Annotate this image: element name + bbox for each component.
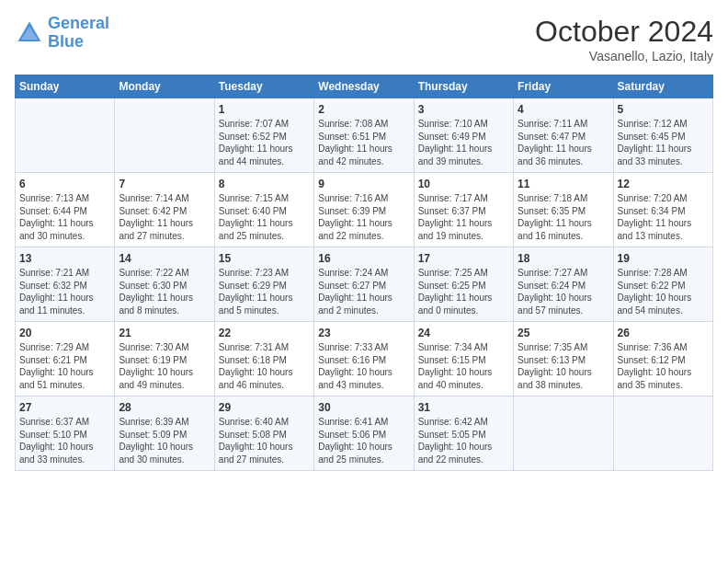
day-number: 15	[219, 252, 310, 265]
day-info: Sunrise: 7:18 AM Sunset: 6:35 PM Dayligh…	[518, 192, 609, 242]
day-number: 14	[119, 252, 210, 265]
day-number: 19	[618, 252, 709, 265]
day-number: 6	[19, 178, 110, 190]
day-number: 7	[119, 178, 210, 190]
calendar-cell: 12Sunrise: 7:20 AM Sunset: 6:34 PM Dayli…	[613, 173, 712, 247]
day-info: Sunrise: 7:30 AM Sunset: 6:19 PM Dayligh…	[119, 341, 210, 391]
day-number: 9	[318, 178, 409, 190]
day-info: Sunrise: 7:35 AM Sunset: 6:13 PM Dayligh…	[518, 341, 609, 391]
day-info: Sunrise: 7:20 AM Sunset: 6:34 PM Dayligh…	[618, 192, 709, 242]
calendar-cell: 27Sunrise: 6:37 AM Sunset: 5:10 PM Dayli…	[16, 396, 115, 471]
calendar-cell: 2Sunrise: 7:08 AM Sunset: 6:51 PM Daylig…	[314, 98, 414, 173]
day-info: Sunrise: 6:40 AM Sunset: 5:08 PM Dayligh…	[219, 416, 310, 465]
day-info: Sunrise: 7:14 AM Sunset: 6:42 PM Dayligh…	[119, 192, 210, 242]
day-info: Sunrise: 7:25 AM Sunset: 6:25 PM Dayligh…	[418, 267, 509, 316]
calendar-cell: 4Sunrise: 7:11 AM Sunset: 6:47 PM Daylig…	[514, 98, 613, 173]
header-cell-tuesday: Tuesday	[214, 75, 313, 98]
day-number: 5	[618, 103, 709, 116]
day-info: Sunrise: 7:10 AM Sunset: 6:49 PM Dayligh…	[418, 118, 509, 167]
calendar-cell	[613, 396, 712, 471]
calendar-cell: 26Sunrise: 7:36 AM Sunset: 6:12 PM Dayli…	[613, 322, 712, 396]
day-info: Sunrise: 7:29 AM Sunset: 6:21 PM Dayligh…	[19, 341, 110, 391]
day-number: 22	[219, 327, 310, 339]
title-block: October 2024 Vasanello, Lazio, Italy	[535, 15, 713, 63]
day-info: Sunrise: 7:34 AM Sunset: 6:15 PM Dayligh…	[418, 341, 509, 391]
day-info: Sunrise: 7:22 AM Sunset: 6:30 PM Dayligh…	[119, 267, 210, 316]
logo-icon	[15, 18, 44, 48]
calendar-cell: 17Sunrise: 7:25 AM Sunset: 6:25 PM Dayli…	[414, 247, 513, 322]
day-info: Sunrise: 6:41 AM Sunset: 5:06 PM Dayligh…	[318, 416, 409, 465]
header-cell-monday: Monday	[115, 75, 214, 98]
day-info: Sunrise: 7:24 AM Sunset: 6:27 PM Dayligh…	[318, 267, 409, 316]
calendar-cell: 31Sunrise: 6:42 AM Sunset: 5:05 PM Dayli…	[414, 396, 513, 471]
day-number: 30	[318, 401, 409, 414]
calendar-cell: 22Sunrise: 7:31 AM Sunset: 6:18 PM Dayli…	[214, 322, 313, 396]
logo: General Blue	[15, 15, 109, 52]
day-info: Sunrise: 6:39 AM Sunset: 5:09 PM Dayligh…	[119, 416, 210, 465]
calendar-cell: 8Sunrise: 7:15 AM Sunset: 6:40 PM Daylig…	[214, 173, 313, 247]
day-info: Sunrise: 7:07 AM Sunset: 6:52 PM Dayligh…	[219, 118, 310, 167]
day-number: 12	[618, 178, 709, 190]
calendar-cell: 21Sunrise: 7:30 AM Sunset: 6:19 PM Dayli…	[115, 322, 214, 396]
day-number: 4	[518, 103, 609, 116]
calendar-cell: 1Sunrise: 7:07 AM Sunset: 6:52 PM Daylig…	[214, 98, 313, 173]
day-number: 31	[418, 401, 509, 414]
day-info: Sunrise: 7:17 AM Sunset: 6:37 PM Dayligh…	[418, 192, 509, 242]
day-info: Sunrise: 7:36 AM Sunset: 6:12 PM Dayligh…	[618, 341, 709, 391]
calendar-cell: 7Sunrise: 7:14 AM Sunset: 6:42 PM Daylig…	[115, 173, 214, 247]
day-info: Sunrise: 7:23 AM Sunset: 6:29 PM Dayligh…	[219, 267, 310, 316]
calendar-header: SundayMondayTuesdayWednesdayThursdayFrid…	[16, 75, 713, 98]
day-number: 25	[518, 327, 609, 339]
day-number: 24	[418, 327, 509, 339]
calendar-cell: 9Sunrise: 7:16 AM Sunset: 6:39 PM Daylig…	[314, 173, 414, 247]
week-row: 6Sunrise: 7:13 AM Sunset: 6:44 PM Daylig…	[16, 173, 713, 247]
day-info: Sunrise: 7:31 AM Sunset: 6:18 PM Dayligh…	[219, 341, 310, 391]
calendar-cell: 15Sunrise: 7:23 AM Sunset: 6:29 PM Dayli…	[214, 247, 313, 322]
logo-line2: Blue	[48, 32, 84, 51]
calendar-cell: 29Sunrise: 6:40 AM Sunset: 5:08 PM Dayli…	[214, 396, 313, 471]
calendar-subtitle: Vasanello, Lazio, Italy	[535, 49, 713, 63]
week-row: 1Sunrise: 7:07 AM Sunset: 6:52 PM Daylig…	[16, 98, 713, 173]
day-info: Sunrise: 7:27 AM Sunset: 6:24 PM Dayligh…	[518, 267, 609, 316]
day-number: 23	[318, 327, 409, 339]
day-number: 3	[418, 103, 509, 116]
day-number: 8	[219, 178, 310, 190]
calendar-cell: 23Sunrise: 7:33 AM Sunset: 6:16 PM Dayli…	[314, 322, 414, 396]
calendar-cell	[514, 396, 613, 471]
day-info: Sunrise: 7:16 AM Sunset: 6:39 PM Dayligh…	[318, 192, 409, 242]
calendar-cell: 28Sunrise: 6:39 AM Sunset: 5:09 PM Dayli…	[115, 396, 214, 471]
calendar-cell	[115, 98, 214, 173]
header-cell-friday: Friday	[514, 75, 613, 98]
day-info: Sunrise: 7:15 AM Sunset: 6:40 PM Dayligh…	[219, 192, 310, 242]
page-header: General Blue October 2024 Vasanello, Laz…	[15, 15, 713, 63]
calendar-table: SundayMondayTuesdayWednesdayThursdayFrid…	[15, 75, 713, 471]
day-info: Sunrise: 6:37 AM Sunset: 5:10 PM Dayligh…	[19, 416, 110, 465]
day-number: 16	[318, 252, 409, 265]
header-row: SundayMondayTuesdayWednesdayThursdayFrid…	[16, 75, 713, 98]
day-number: 2	[318, 103, 409, 116]
day-info: Sunrise: 7:21 AM Sunset: 6:32 PM Dayligh…	[19, 267, 110, 316]
day-number: 13	[19, 252, 110, 265]
header-cell-wednesday: Wednesday	[314, 75, 414, 98]
day-number: 1	[219, 103, 310, 116]
day-number: 26	[618, 327, 709, 339]
day-number: 27	[19, 401, 110, 414]
logo-text: General Blue	[48, 15, 109, 52]
logo-line1: General	[48, 14, 109, 32]
calendar-cell: 20Sunrise: 7:29 AM Sunset: 6:21 PM Dayli…	[16, 322, 115, 396]
day-number: 17	[418, 252, 509, 265]
calendar-cell: 25Sunrise: 7:35 AM Sunset: 6:13 PM Dayli…	[514, 322, 613, 396]
calendar-cell: 24Sunrise: 7:34 AM Sunset: 6:15 PM Dayli…	[414, 322, 513, 396]
day-info: Sunrise: 7:13 AM Sunset: 6:44 PM Dayligh…	[19, 192, 110, 242]
calendar-body: 1Sunrise: 7:07 AM Sunset: 6:52 PM Daylig…	[16, 98, 713, 471]
day-number: 20	[19, 327, 110, 339]
day-number: 29	[219, 401, 310, 414]
day-info: Sunrise: 7:11 AM Sunset: 6:47 PM Dayligh…	[518, 118, 609, 167]
calendar-cell: 30Sunrise: 6:41 AM Sunset: 5:06 PM Dayli…	[314, 396, 414, 471]
day-number: 18	[518, 252, 609, 265]
week-row: 27Sunrise: 6:37 AM Sunset: 5:10 PM Dayli…	[16, 396, 713, 471]
day-info: Sunrise: 7:12 AM Sunset: 6:45 PM Dayligh…	[618, 118, 709, 167]
day-number: 21	[119, 327, 210, 339]
calendar-cell: 5Sunrise: 7:12 AM Sunset: 6:45 PM Daylig…	[613, 98, 712, 173]
header-cell-sunday: Sunday	[16, 75, 115, 98]
